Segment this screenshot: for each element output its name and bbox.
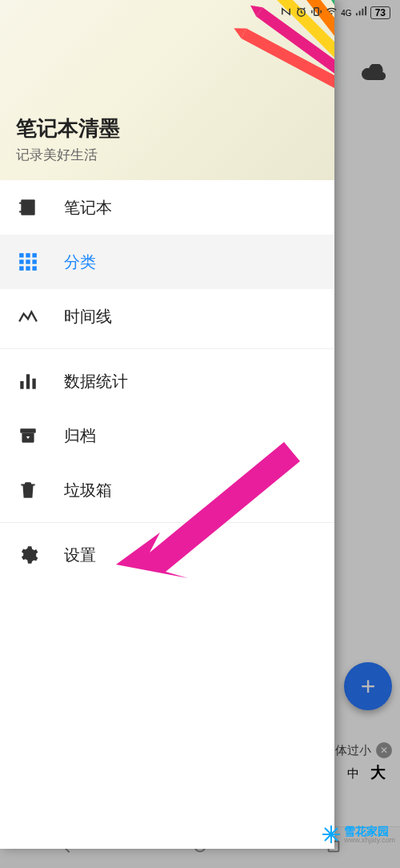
grid-icon — [18, 251, 38, 272]
menu-item-trash[interactable]: 垃圾箱 — [0, 463, 334, 517]
gear-icon — [18, 545, 38, 565]
svg-rect-3 — [358, 11, 360, 16]
trash-icon — [18, 480, 38, 500]
status-bar: 4G 73 — [0, 0, 400, 26]
menu-label: 时间线 — [64, 306, 112, 328]
divider — [0, 348, 334, 349]
svg-rect-5 — [365, 6, 366, 15]
svg-rect-13 — [19, 259, 23, 263]
vibrate-icon — [310, 6, 322, 20]
svg-point-26 — [330, 833, 334, 837]
menu-item-timeline[interactable]: 时间线 — [0, 289, 334, 344]
drawer-header: 笔记本清墨 记录美好生活 — [0, 0, 334, 180]
svg-rect-4 — [362, 9, 363, 15]
network-label: 4G — [341, 9, 351, 18]
menu-label: 垃圾箱 — [64, 480, 112, 501]
menu-label: 归档 — [64, 425, 96, 447]
menu-label: 笔记本 — [64, 197, 112, 219]
wifi-icon — [326, 6, 338, 20]
menu-item-notebook[interactable]: 笔记本 — [0, 180, 334, 235]
battery-indicator: 73 — [370, 6, 390, 19]
watermark-url: www.xhjaty.com — [344, 837, 395, 844]
divider — [0, 522, 334, 523]
svg-rect-16 — [19, 266, 23, 270]
alarm-icon — [295, 6, 307, 20]
menu-label: 设置 — [64, 545, 96, 566]
svg-rect-22 — [20, 428, 36, 432]
archive-icon — [18, 425, 38, 446]
svg-rect-17 — [26, 266, 30, 270]
svg-rect-19 — [20, 381, 23, 389]
app-subtitle: 记录美好生活 — [16, 146, 120, 164]
watermark: 雪花家园 www.xhjaty.com — [322, 825, 395, 844]
svg-rect-21 — [32, 379, 35, 389]
svg-rect-12 — [32, 253, 36, 257]
svg-rect-10 — [19, 253, 23, 257]
timeline-icon — [18, 306, 38, 327]
drawer-menu: 笔记本 分类 时间线 数据统计 归档 — [0, 180, 334, 849]
svg-rect-9 — [19, 211, 22, 212]
svg-rect-18 — [32, 266, 36, 270]
svg-rect-11 — [26, 253, 30, 257]
svg-rect-14 — [26, 259, 30, 263]
svg-rect-20 — [26, 374, 30, 388]
stats-icon — [18, 371, 38, 392]
menu-label: 数据统计 — [64, 371, 128, 392]
navigation-drawer: 笔记本清墨 记录美好生活 笔记本 分类 时间线 — [0, 0, 334, 849]
svg-rect-15 — [32, 259, 36, 263]
menu-item-archive[interactable]: 归档 — [0, 408, 334, 463]
status-icons: 4G 73 — [280, 6, 390, 20]
menu-item-category[interactable]: 分类 — [0, 235, 334, 289]
app-title: 笔记本清墨 — [16, 115, 120, 143]
menu-item-stats[interactable]: 数据统计 — [0, 354, 334, 408]
nfc-icon — [280, 6, 292, 20]
svg-rect-8 — [19, 203, 22, 204]
menu-item-settings[interactable]: 设置 — [0, 528, 334, 582]
menu-label: 分类 — [64, 251, 96, 273]
signal-icon — [355, 6, 367, 20]
watermark-title: 雪花家园 — [344, 826, 395, 837]
svg-rect-2 — [356, 13, 358, 15]
notebook-icon — [18, 197, 38, 218]
watermark-logo — [322, 825, 341, 844]
svg-rect-1 — [314, 8, 319, 15]
